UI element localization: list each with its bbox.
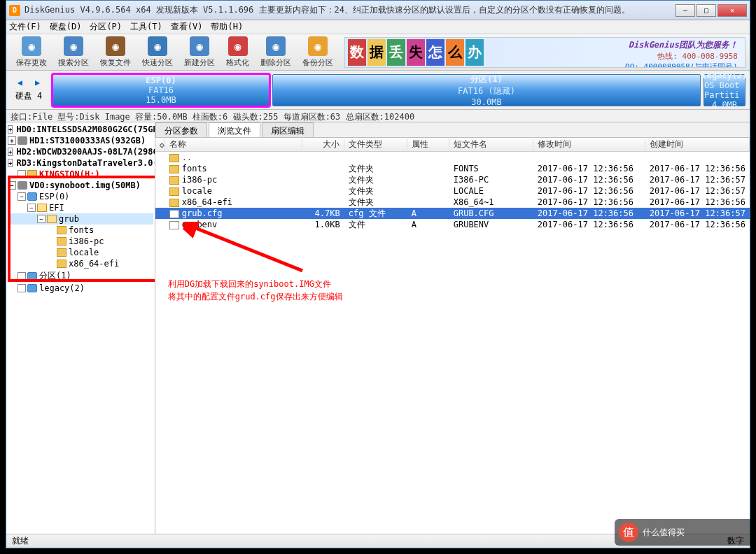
ad-banner[interactable]: 数据丢失怎么办 DiskGenius团队为您服务！ 热线: 400-008-99… [344, 37, 746, 68]
col-attr[interactable]: 属性 [407, 137, 449, 152]
file-list-header: ◇ 名称 大小 文件类型 属性 短文件名 修改时间 创建时间 [155, 138, 750, 152]
tree-node[interactable]: +HD2:WDCWD3200AAJS-08L7A(298GB) [8, 146, 153, 157]
tree-legacy[interactable]: legacy(2) [8, 283, 153, 294]
up-folder-row[interactable]: .. [155, 152, 750, 163]
col-name[interactable]: 名称 [165, 137, 302, 152]
file-list[interactable]: .. fonts 文件夹 FONTS 2017-06-17 12:36:56 2… [155, 152, 750, 539]
file-row-x86_64-efi[interactable]: x86_64-efi 文件夹 X86_64~1 2017-06-17 12:36… [155, 197, 750, 208]
banner-char: 办 [465, 39, 484, 66]
app-icon: D [9, 5, 20, 16]
file-row-grubenv[interactable]: grubenv 1.0KB 文件 A GRUBENV 2017-06-17 12… [155, 219, 750, 230]
banner-char: 丢 [387, 39, 405, 66]
tree-node[interactable]: +RD3:KingstonDataTraveler3.0(29GB [8, 157, 153, 169]
file-row-fonts[interactable]: fonts 文件夹 FONTS 2017-06-17 12:36:56 2017… [155, 163, 750, 174]
menu-help[interactable]: 帮助(H) [211, 21, 243, 33]
annotation-arrow [183, 222, 323, 278]
partition-ESP(0)[interactable]: ESP(0)FAT1615.0MB [52, 74, 270, 106]
menu-partition[interactable]: 分区(P) [90, 21, 122, 33]
tree-node[interactable]: +HD0:INTELSSDSA2M080G2GC(75GB) [8, 124, 153, 135]
disk-label: 硬盘 4 [15, 90, 42, 102]
partition-legacy(2)[interactable]: legacy(2)OS Boot Partiti4.0MB [704, 74, 746, 106]
menu-view[interactable]: 查看(V) [171, 21, 203, 33]
toolbar-新建分区[interactable]: ◉新建分区 [178, 35, 220, 69]
disk-tree[interactable]: +HD0:INTELSSDSA2M080G2GC(75GB)+HD1:ST310… [6, 122, 155, 539]
menu-tools[interactable]: 工具(T) [130, 21, 162, 33]
maximize-button[interactable]: □ [696, 4, 716, 17]
col-size[interactable]: 大小 [302, 137, 344, 152]
disk-info-bar: 接口:File 型号:Disk Image 容量:50.0MB 柱面数:6 磁头… [6, 110, 750, 122]
window-title: DiskGenius V4.9.6.564 x64 发现新版本 V5.1.1.6… [24, 4, 676, 16]
tab-browse-files[interactable]: 浏览文件 [209, 122, 260, 137]
banner-qq: QQ: 4000089958(与电话同号) [625, 62, 738, 68]
banner-char: 数 [348, 39, 366, 66]
app-window: D DiskGenius V4.9.6.564 x64 发现新版本 V5.1.1… [6, 0, 750, 548]
partition-bar: ◀ ▶ 硬盘 4 ESP(0)FAT1615.0MB分区(1)FAT16 (隐藏… [6, 71, 750, 110]
col-mtime[interactable]: 修改时间 [533, 137, 645, 152]
col-ctime[interactable]: 创建时间 [645, 137, 750, 152]
tab-partition-params[interactable]: 分区参数 [155, 122, 207, 137]
tree-node[interactable]: +HD1:ST31000333AS(932GB) [8, 135, 153, 146]
banner-char: 失 [407, 39, 425, 66]
titlebar[interactable]: D DiskGenius V4.9.6.564 x64 发现新版本 V5.1.1… [6, 1, 750, 20]
toolbar-格式化[interactable]: ◉格式化 [220, 35, 255, 69]
watermark: 什么值得买 [615, 519, 755, 546]
menubar: 文件(F) 硬盘(D) 分区(P) 工具(T) 查看(V) 帮助(H) [6, 20, 750, 34]
tabs: 分区参数 浏览文件 扇区编辑 [155, 122, 750, 138]
annotation-redbox [8, 176, 155, 282]
tab-sector-edit[interactable]: 扇区编辑 [262, 122, 314, 137]
col-short[interactable]: 短文件名 [449, 137, 533, 152]
partition-分区(1)[interactable]: 分区(1)FAT16 (隐藏)30.0MB [272, 74, 701, 106]
banner-phone: 热线: 400-008-9958 [625, 51, 738, 62]
toolbar-搜索分区[interactable]: ◉搜索分区 [52, 35, 94, 69]
status-left: 就绪 [12, 535, 29, 547]
toolbar-快速分区[interactable]: ◉快速分区 [136, 35, 178, 69]
toolbar: ◉保存更改◉搜索分区◉恢复文件◉快速分区◉新建分区◉格式化◉删除分区◉备份分区 … [6, 34, 750, 71]
file-row-locale[interactable]: locale 文件夹 LOCALE 2017-06-17 12:36:56 20… [155, 185, 750, 197]
svg-line-0 [190, 226, 302, 271]
toolbar-删除分区[interactable]: ◉删除分区 [255, 35, 297, 69]
file-row-grub.cfg[interactable]: grub.cfg 4.7KB cfg 文件 A GRUB.CFG 2017-06… [155, 208, 750, 219]
menu-disk[interactable]: 硬盘(D) [50, 21, 82, 33]
banner-char: 据 [368, 39, 386, 66]
minimize-button[interactable]: — [676, 4, 695, 17]
banner-char: 怎 [426, 39, 444, 66]
file-row-i386-pc[interactable]: i386-pc 文件夹 I386-PC 2017-06-17 12:36:56 … [155, 174, 750, 185]
right-panel: 分区参数 浏览文件 扇区编辑 ◇ 名称 大小 文件类型 属性 短文件名 修改时间… [155, 122, 750, 539]
banner-slogan: DiskGenius团队为您服务！ [625, 39, 738, 51]
close-button[interactable]: ✕ [718, 4, 747, 17]
toolbar-恢复文件[interactable]: ◉恢复文件 [94, 35, 136, 69]
toolbar-备份分区[interactable]: ◉备份分区 [297, 35, 339, 69]
annotation-text: 利用DG加载下载回来的syniboot.IMG文件 将其中的配置文件grud.c… [168, 278, 343, 303]
banner-char: 么 [446, 39, 464, 66]
col-type[interactable]: 文件类型 [344, 137, 407, 152]
menu-file[interactable]: 文件(F) [9, 21, 41, 33]
next-disk-button[interactable]: ▶ [35, 78, 40, 87]
prev-disk-button[interactable]: ◀ [18, 78, 22, 87]
toolbar-保存更改[interactable]: ◉保存更改 [10, 35, 52, 69]
